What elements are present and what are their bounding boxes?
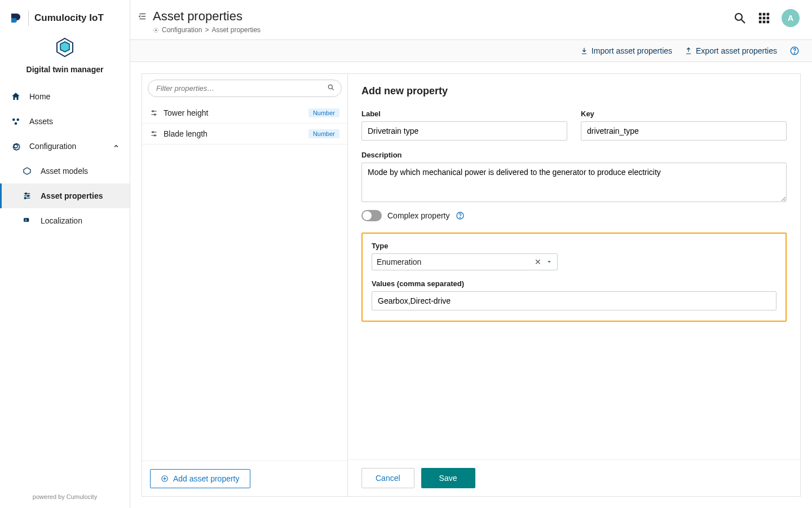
- sliders-icon: [150, 109, 158, 117]
- property-row[interactable]: Blade length Number: [142, 124, 347, 144]
- description-group: Description: [361, 151, 787, 202]
- svg-line-19: [742, 20, 745, 23]
- svg-point-4: [15, 122, 17, 125]
- breadcrumb-current: Asset properties: [211, 26, 261, 34]
- actionbar: Import asset properties Export asset pro…: [130, 40, 812, 62]
- form-title: Add new property: [361, 85, 787, 97]
- property-type-badge: Number: [308, 129, 339, 138]
- search-icon[interactable]: [327, 84, 335, 91]
- complex-property-label: Complex property: [387, 211, 450, 220]
- nav-configuration-label: Configuration: [29, 142, 76, 151]
- property-row[interactable]: Tower height Number: [142, 103, 347, 124]
- apps-grid-icon[interactable]: [758, 12, 770, 24]
- svg-line-32: [332, 89, 334, 90]
- import-asset-properties[interactable]: Import asset properties: [580, 46, 672, 55]
- main: Asset properties Configuration > Asset p…: [130, 0, 812, 508]
- breadcrumb-gear-icon: [153, 27, 159, 33]
- nav-localization[interactable]: A Localization: [0, 208, 130, 233]
- breadcrumb-separator: >: [205, 26, 209, 34]
- breadcrumb-root[interactable]: Configuration: [162, 26, 202, 34]
- property-type-badge: Number: [308, 108, 339, 117]
- nav-asset-models[interactable]: Asset models: [0, 159, 130, 183]
- svg-rect-28: [767, 21, 770, 24]
- brand-name: Cumulocity IoT: [34, 12, 104, 24]
- svg-point-36: [155, 114, 156, 115]
- nav-asset-properties[interactable]: Asset properties: [0, 183, 130, 208]
- sliders-icon: [21, 190, 33, 202]
- cube-icon: [21, 165, 33, 177]
- nav-configuration[interactable]: Configuration: [0, 134, 130, 159]
- cancel-button[interactable]: Cancel: [361, 468, 414, 488]
- topbar-heading: Asset properties Configuration > Asset p…: [153, 9, 261, 34]
- nav-home[interactable]: Home: [0, 84, 130, 109]
- export-icon: [685, 47, 692, 55]
- key-field-label: Key: [581, 110, 787, 118]
- label-input[interactable]: [361, 121, 567, 141]
- localization-icon: A: [21, 215, 33, 226]
- topbar-right: A: [733, 9, 800, 27]
- svg-rect-22: [767, 13, 770, 16]
- key-input[interactable]: [581, 121, 787, 141]
- svg-point-17: [155, 29, 157, 31]
- app-identity: Digital twin manager: [0, 30, 130, 84]
- values-label: Values (comma separated): [372, 279, 776, 288]
- svg-point-35: [152, 111, 153, 112]
- gear-icon: [10, 141, 21, 152]
- chevron-up-icon: [113, 143, 120, 150]
- values-input[interactable]: [372, 291, 776, 310]
- type-values-highlight: Type Enumeration ✕ Values (comma separat…: [361, 233, 787, 322]
- export-asset-properties[interactable]: Export asset properties: [685, 46, 777, 55]
- svg-point-2: [12, 119, 15, 121]
- clear-icon[interactable]: ✕: [535, 257, 541, 266]
- help-icon[interactable]: [456, 211, 465, 220]
- caret-down-icon[interactable]: [546, 259, 553, 265]
- svg-rect-26: [759, 21, 762, 24]
- export-label: Export asset properties: [696, 46, 777, 55]
- collapse-sidebar-icon[interactable]: [137, 11, 147, 21]
- svg-point-45: [460, 217, 460, 218]
- properties-panel: Tower height Number Blade length Number …: [142, 73, 347, 497]
- form-row-label-key: Label Key: [361, 110, 787, 141]
- content: Tower height Number Blade length Number …: [130, 62, 812, 508]
- search-icon[interactable]: [733, 11, 747, 25]
- complex-property-toggle[interactable]: [361, 210, 382, 221]
- nav-localization-label: Localization: [41, 216, 82, 225]
- properties-panel-footer: Add asset property: [142, 461, 347, 496]
- assets-icon: [10, 116, 21, 127]
- complex-property-toggle-row: Complex property: [361, 210, 787, 221]
- app-cube-icon: [54, 36, 76, 59]
- svg-marker-5: [24, 168, 30, 174]
- svg-point-9: [25, 193, 27, 195]
- filter-wrap: [142, 74, 347, 103]
- topbar: Asset properties Configuration > Asset p…: [130, 0, 812, 40]
- nav-assets[interactable]: Assets: [0, 109, 130, 134]
- type-group: Type Enumeration ✕: [372, 242, 776, 270]
- save-button[interactable]: Save: [421, 468, 475, 488]
- type-select[interactable]: Enumeration ✕: [372, 253, 558, 270]
- svg-rect-25: [767, 17, 770, 20]
- nav-asset-models-label: Asset models: [41, 167, 88, 176]
- breadcrumb: Configuration > Asset properties: [153, 26, 261, 34]
- add-asset-property-label: Add asset property: [173, 474, 240, 483]
- svg-text:A: A: [25, 218, 27, 222]
- help-icon[interactable]: [789, 46, 800, 56]
- add-asset-property-button[interactable]: Add asset property: [150, 469, 250, 488]
- svg-point-39: [152, 132, 153, 133]
- description-input[interactable]: [361, 163, 787, 202]
- description-label: Description: [361, 151, 787, 159]
- app-title: Digital twin manager: [0, 65, 130, 74]
- sidebar-header: Cumulocity IoT: [0, 0, 130, 30]
- svg-point-3: [17, 119, 20, 121]
- import-label: Import asset properties: [592, 46, 672, 55]
- svg-point-11: [24, 198, 26, 199]
- form-footer: Cancel Save: [348, 459, 800, 496]
- properties-list: Tower height Number Blade length Number: [142, 103, 347, 461]
- filter-input[interactable]: [148, 80, 342, 97]
- avatar[interactable]: A: [782, 9, 800, 27]
- sidebar: Cumulocity IoT Digital twin manager Home…: [0, 0, 130, 508]
- toggle-knob: [363, 211, 372, 220]
- page-title: Asset properties: [153, 9, 261, 24]
- type-label: Type: [372, 242, 776, 250]
- sliders-icon: [150, 130, 158, 138]
- svg-point-31: [328, 85, 332, 89]
